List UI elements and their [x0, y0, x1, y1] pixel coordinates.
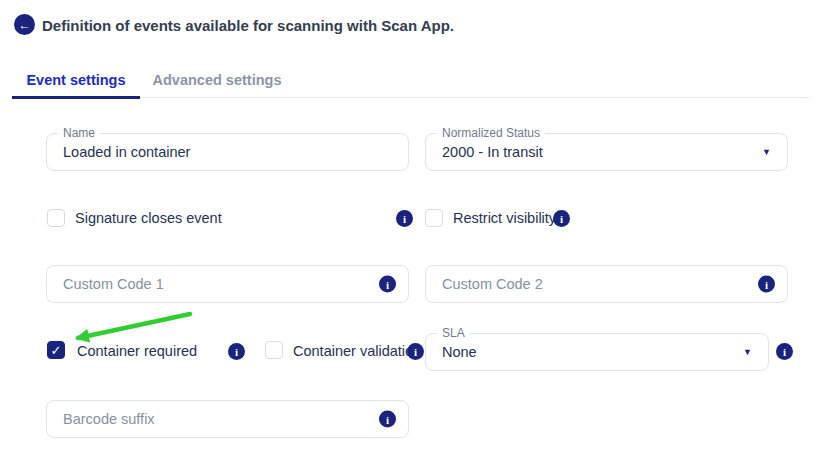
- signature-closes-event-label: Signature closes event: [75, 209, 222, 228]
- barcode-suffix-placeholder: Barcode suffix: [63, 401, 155, 437]
- custom-code-1-field[interactable]: Custom Code 1 i: [46, 265, 409, 303]
- tab-bar: Event settings Advanced settings: [12, 62, 810, 98]
- sla-select[interactable]: SLA None ▼: [425, 333, 769, 371]
- signature-closes-event-checkbox[interactable]: [47, 209, 65, 227]
- normalized-status-select[interactable]: Normalized Status 2000 - In transit ▼: [425, 133, 788, 171]
- info-icon[interactable]: i: [553, 210, 570, 227]
- arrow-left-icon: ←: [19, 18, 31, 32]
- custom-code-1-placeholder: Custom Code 1: [63, 266, 164, 302]
- tab-label: Advanced settings: [153, 72, 282, 88]
- tab-label: Event settings: [26, 72, 125, 88]
- tab-event-settings[interactable]: Event settings: [12, 62, 140, 97]
- restrict-visibility-checkbox[interactable]: [425, 209, 443, 227]
- event-definition-page: ← Definition of events available for sca…: [0, 0, 818, 460]
- info-icon[interactable]: i: [758, 276, 775, 293]
- container-validation-label: Container validation: [293, 342, 421, 361]
- chevron-down-icon: ▼: [762, 147, 771, 157]
- sla-value: None: [442, 334, 477, 370]
- info-icon[interactable]: i: [396, 210, 413, 227]
- info-icon[interactable]: i: [776, 343, 793, 360]
- chevron-down-icon: ▼: [743, 347, 752, 357]
- container-required-checkbox[interactable]: ✓: [47, 341, 65, 359]
- normalized-status-value: 2000 - In transit: [442, 134, 543, 170]
- check-icon: ✓: [51, 344, 62, 357]
- name-field-value: Loaded in container: [63, 134, 190, 170]
- info-icon[interactable]: i: [379, 411, 396, 428]
- tab-advanced-settings[interactable]: Advanced settings: [140, 62, 294, 97]
- name-field[interactable]: Name Loaded in container: [46, 133, 409, 171]
- restrict-visibility-label: Restrict visibility: [453, 209, 556, 228]
- container-required-label: Container required: [77, 342, 197, 361]
- info-icon[interactable]: i: [379, 276, 396, 293]
- barcode-suffix-field[interactable]: Barcode suffix i: [46, 400, 409, 438]
- info-icon[interactable]: i: [228, 343, 245, 360]
- info-icon[interactable]: i: [407, 343, 424, 360]
- custom-code-2-placeholder: Custom Code 2: [442, 266, 543, 302]
- container-validation-checkbox[interactable]: [265, 341, 283, 359]
- back-button[interactable]: ←: [14, 14, 35, 35]
- page-title: Definition of events available for scann…: [42, 17, 454, 34]
- custom-code-2-field[interactable]: Custom Code 2 i: [425, 265, 788, 303]
